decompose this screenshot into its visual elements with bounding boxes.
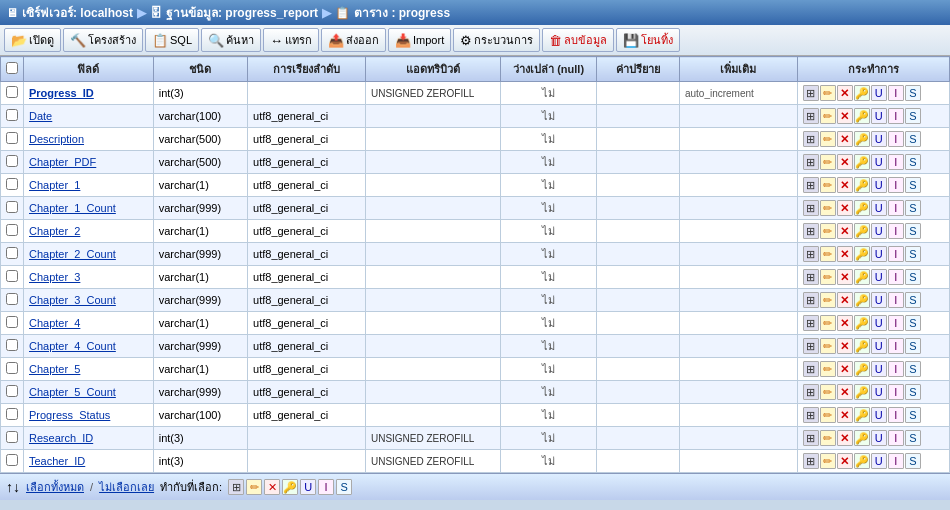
edit-icon[interactable]: ✏ (820, 338, 836, 354)
unique-icon[interactable]: U (871, 361, 887, 377)
index-icon[interactable]: I (888, 246, 904, 262)
browse-icon[interactable]: ⊞ (803, 269, 819, 285)
delete-row-icon[interactable]: ✕ (837, 108, 853, 124)
edit-icon[interactable]: ✏ (820, 246, 836, 262)
delete-row-icon[interactable]: ✕ (837, 85, 853, 101)
field-name-link[interactable]: Chapter_1_Count (29, 202, 116, 214)
row-field[interactable]: Chapter_1_Count (24, 197, 154, 220)
structure-button[interactable]: 🔨 โครงสร้าง (63, 28, 143, 52)
edit-icon[interactable]: ✏ (820, 223, 836, 239)
unique-icon[interactable]: U (871, 315, 887, 331)
index-icon[interactable]: I (888, 200, 904, 216)
footer-unique-icon[interactable]: U (300, 479, 316, 495)
row-checkbox-cell[interactable] (1, 335, 24, 358)
delete-row-icon[interactable]: ✕ (837, 292, 853, 308)
select-all-checkbox[interactable] (6, 62, 18, 74)
row-checkbox[interactable] (6, 385, 18, 397)
unique-icon[interactable]: U (871, 407, 887, 423)
footer-index-icon[interactable]: I (318, 479, 334, 495)
spatial-icon[interactable]: S (905, 315, 921, 331)
edit-icon[interactable]: ✏ (820, 131, 836, 147)
index-icon[interactable]: I (888, 315, 904, 331)
field-name-link[interactable]: Description (29, 133, 84, 145)
field-name-link[interactable]: Chapter_2_Count (29, 248, 116, 260)
spatial-icon[interactable]: S (905, 177, 921, 193)
field-name-link[interactable]: Chapter_5_Count (29, 386, 116, 398)
browse-icon[interactable]: ⊞ (803, 407, 819, 423)
spatial-icon[interactable]: S (905, 292, 921, 308)
field-name-link[interactable]: Chapter_5 (29, 363, 80, 375)
row-checkbox-cell[interactable] (1, 450, 24, 473)
field-name-link[interactable]: Chapter_2 (29, 225, 80, 237)
delete-row-icon[interactable]: ✕ (837, 223, 853, 239)
row-checkbox[interactable] (6, 454, 18, 466)
spatial-icon[interactable]: S (905, 200, 921, 216)
edit-icon[interactable]: ✏ (820, 430, 836, 446)
field-name-link[interactable]: Chapter_4_Count (29, 340, 116, 352)
edit-icon[interactable]: ✏ (820, 453, 836, 469)
edit-icon[interactable]: ✏ (820, 177, 836, 193)
row-field[interactable]: Chapter_2_Count (24, 243, 154, 266)
row-checkbox-cell[interactable] (1, 358, 24, 381)
row-checkbox-cell[interactable] (1, 289, 24, 312)
footer-edit-icon[interactable]: ✏ (246, 479, 262, 495)
index-icon[interactable]: I (888, 223, 904, 239)
unique-icon[interactable]: U (871, 246, 887, 262)
row-checkbox[interactable] (6, 247, 18, 259)
delete-row-icon[interactable]: ✕ (837, 154, 853, 170)
primary-icon[interactable]: 🔑 (854, 200, 870, 216)
primary-icon[interactable]: 🔑 (854, 430, 870, 446)
row-checkbox[interactable] (6, 178, 18, 190)
index-icon[interactable]: I (888, 384, 904, 400)
browse-icon[interactable]: ⊞ (803, 131, 819, 147)
index-icon[interactable]: I (888, 269, 904, 285)
edit-icon[interactable]: ✏ (820, 407, 836, 423)
unique-icon[interactable]: U (871, 384, 887, 400)
row-checkbox-cell[interactable] (1, 197, 24, 220)
browse-icon[interactable]: ⊞ (803, 85, 819, 101)
browse-icon[interactable]: ⊞ (803, 338, 819, 354)
field-name-link[interactable]: Chapter_1 (29, 179, 80, 191)
row-field[interactable]: Chapter_3_Count (24, 289, 154, 312)
row-checkbox[interactable] (6, 86, 18, 98)
spatial-icon[interactable]: S (905, 384, 921, 400)
edit-icon[interactable]: ✏ (820, 384, 836, 400)
primary-icon[interactable]: 🔑 (854, 315, 870, 331)
process-button[interactable]: ⚙ กระบวนการ (453, 28, 540, 52)
delete-row-icon[interactable]: ✕ (837, 315, 853, 331)
row-field[interactable]: Chapter_5 (24, 358, 154, 381)
row-field[interactable]: Description (24, 128, 154, 151)
import-button[interactable]: 📥 Import (388, 28, 451, 52)
primary-icon[interactable]: 🔑 (854, 338, 870, 354)
delete-row-icon[interactable]: ✕ (837, 269, 853, 285)
edit-icon[interactable]: ✏ (820, 292, 836, 308)
spatial-icon[interactable]: S (905, 453, 921, 469)
sql-button[interactable]: 📋 SQL (145, 28, 199, 52)
edit-icon[interactable]: ✏ (820, 361, 836, 377)
delete-row-icon[interactable]: ✕ (837, 246, 853, 262)
browse-icon[interactable]: ⊞ (803, 246, 819, 262)
unique-icon[interactable]: U (871, 154, 887, 170)
row-field[interactable]: Progress_ID (24, 82, 154, 105)
field-name-link[interactable]: Chapter_4 (29, 317, 80, 329)
index-icon[interactable]: I (888, 131, 904, 147)
row-checkbox-cell[interactable] (1, 404, 24, 427)
row-field[interactable]: Progress_Status (24, 404, 154, 427)
primary-icon[interactable]: 🔑 (854, 108, 870, 124)
field-name-link[interactable]: Date (29, 110, 52, 122)
unique-icon[interactable]: U (871, 269, 887, 285)
edit-icon[interactable]: ✏ (820, 85, 836, 101)
field-name-link[interactable]: Research_ID (29, 432, 93, 444)
index-icon[interactable]: I (888, 361, 904, 377)
row-checkbox[interactable] (6, 339, 18, 351)
field-name-link[interactable]: Chapter_3 (29, 271, 80, 283)
browse-icon[interactable]: ⊞ (803, 315, 819, 331)
browse-icon[interactable]: ⊞ (803, 223, 819, 239)
browse-icon[interactable]: ⊞ (803, 200, 819, 216)
browse-icon[interactable]: ⊞ (803, 453, 819, 469)
edit-icon[interactable]: ✏ (820, 154, 836, 170)
unique-icon[interactable]: U (871, 177, 887, 193)
export-button[interactable]: 📤 ส่งออก (321, 28, 386, 52)
browse-icon[interactable]: ⊞ (803, 292, 819, 308)
select-all-link[interactable]: เลือกทั้งหมด (26, 478, 84, 496)
